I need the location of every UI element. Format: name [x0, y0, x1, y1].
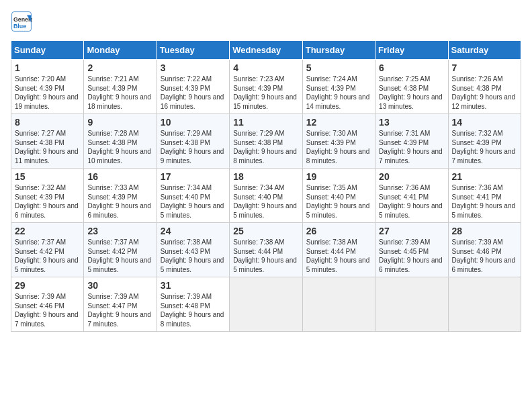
day-number: 26 — [306, 226, 371, 236]
day-number: 7 — [452, 62, 517, 73]
empty-cell — [375, 277, 448, 332]
logo: General Blue — [11, 11, 35, 32]
day-of-week-header: Tuesday — [157, 41, 229, 60]
calendar-day-cell: 23Sunrise: 7:37 AM Sunset: 4:42 PM Dayli… — [84, 223, 157, 277]
day-info: Sunrise: 7:39 AM Sunset: 4:48 PM Dayligh… — [161, 292, 226, 328]
calendar-day-cell: 10Sunrise: 7:29 AM Sunset: 4:38 PM Dayli… — [157, 114, 229, 169]
day-number: 22 — [15, 226, 80, 236]
day-info: Sunrise: 7:30 AM Sunset: 4:39 PM Dayligh… — [306, 129, 371, 165]
day-info: Sunrise: 7:37 AM Sunset: 4:42 PM Dayligh… — [15, 238, 80, 274]
day-info: Sunrise: 7:23 AM Sunset: 4:39 PM Dayligh… — [233, 75, 298, 111]
calendar-day-cell: 20Sunrise: 7:36 AM Sunset: 4:41 PM Dayli… — [375, 169, 448, 223]
calendar-day-cell: 27Sunrise: 7:39 AM Sunset: 4:45 PM Dayli… — [375, 223, 448, 277]
calendar-day-cell: 17Sunrise: 7:34 AM Sunset: 4:40 PM Dayli… — [157, 169, 229, 223]
calendar-day-cell: 9Sunrise: 7:28 AM Sunset: 4:38 PM Daylig… — [84, 114, 157, 169]
day-number: 10 — [161, 117, 226, 128]
day-number: 1 — [15, 62, 80, 73]
day-number: 15 — [15, 171, 80, 182]
day-info: Sunrise: 7:29 AM Sunset: 4:38 PM Dayligh… — [233, 129, 298, 165]
day-number: 8 — [15, 117, 80, 128]
day-info: Sunrise: 7:39 AM Sunset: 4:45 PM Dayligh… — [379, 238, 444, 274]
calendar-day-cell: 19Sunrise: 7:35 AM Sunset: 4:40 PM Dayli… — [302, 169, 375, 223]
calendar-week-row: 29Sunrise: 7:39 AM Sunset: 4:46 PM Dayli… — [11, 277, 521, 332]
day-of-week-header: Thursday — [302, 41, 375, 60]
day-number: 9 — [87, 117, 152, 128]
day-info: Sunrise: 7:34 AM Sunset: 4:40 PM Dayligh… — [233, 183, 298, 220]
calendar-day-cell: 11Sunrise: 7:29 AM Sunset: 4:38 PM Dayli… — [230, 114, 302, 169]
calendar-table: SundayMondayTuesdayWednesdayThursdayFrid… — [11, 40, 521, 332]
day-number: 14 — [452, 117, 517, 128]
day-number: 28 — [452, 226, 517, 236]
day-number: 18 — [233, 171, 298, 182]
day-info: Sunrise: 7:33 AM Sunset: 4:39 PM Dayligh… — [87, 183, 152, 220]
day-info: Sunrise: 7:37 AM Sunset: 4:42 PM Dayligh… — [87, 238, 152, 274]
calendar-day-cell: 15Sunrise: 7:32 AM Sunset: 4:39 PM Dayli… — [11, 169, 84, 223]
svg-text:Blue: Blue — [13, 23, 26, 30]
day-info: Sunrise: 7:29 AM Sunset: 4:38 PM Dayligh… — [161, 129, 226, 165]
empty-cell — [230, 277, 302, 332]
day-info: Sunrise: 7:21 AM Sunset: 4:39 PM Dayligh… — [87, 75, 152, 111]
day-number: 20 — [379, 171, 444, 182]
day-info: Sunrise: 7:28 AM Sunset: 4:38 PM Dayligh… — [87, 129, 152, 165]
calendar-week-row: 8Sunrise: 7:27 AM Sunset: 4:38 PM Daylig… — [11, 114, 521, 169]
calendar-day-cell: 22Sunrise: 7:37 AM Sunset: 4:42 PM Dayli… — [11, 223, 84, 277]
calendar-day-cell: 28Sunrise: 7:39 AM Sunset: 4:46 PM Dayli… — [448, 223, 521, 277]
calendar-day-cell: 5Sunrise: 7:24 AM Sunset: 4:39 PM Daylig… — [302, 60, 375, 114]
day-info: Sunrise: 7:36 AM Sunset: 4:41 PM Dayligh… — [452, 183, 517, 220]
day-number: 30 — [87, 280, 152, 291]
day-number: 13 — [379, 117, 444, 128]
day-of-week-header: Monday — [84, 41, 157, 60]
day-number: 12 — [306, 117, 371, 128]
day-info: Sunrise: 7:25 AM Sunset: 4:38 PM Dayligh… — [379, 75, 444, 111]
calendar-day-cell: 16Sunrise: 7:33 AM Sunset: 4:39 PM Dayli… — [84, 169, 157, 223]
day-number: 29 — [15, 280, 80, 291]
day-number: 25 — [233, 226, 298, 236]
calendar-day-cell: 2Sunrise: 7:21 AM Sunset: 4:39 PM Daylig… — [84, 60, 157, 114]
calendar-day-cell: 14Sunrise: 7:32 AM Sunset: 4:39 PM Dayli… — [448, 114, 521, 169]
calendar-week-row: 22Sunrise: 7:37 AM Sunset: 4:42 PM Dayli… — [11, 223, 521, 277]
day-number: 24 — [161, 226, 226, 236]
day-info: Sunrise: 7:22 AM Sunset: 4:39 PM Dayligh… — [161, 75, 226, 111]
calendar-day-cell: 12Sunrise: 7:30 AM Sunset: 4:39 PM Dayli… — [302, 114, 375, 169]
day-info: Sunrise: 7:35 AM Sunset: 4:40 PM Dayligh… — [306, 183, 371, 220]
day-number: 3 — [161, 62, 226, 73]
day-number: 5 — [306, 62, 371, 73]
calendar-day-cell: 21Sunrise: 7:36 AM Sunset: 4:41 PM Dayli… — [448, 169, 521, 223]
logo-icon: General Blue — [11, 11, 32, 32]
day-number: 17 — [161, 171, 226, 182]
day-info: Sunrise: 7:38 AM Sunset: 4:44 PM Dayligh… — [306, 238, 371, 274]
calendar-header-row: SundayMondayTuesdayWednesdayThursdayFrid… — [11, 41, 521, 60]
day-info: Sunrise: 7:39 AM Sunset: 4:46 PM Dayligh… — [15, 292, 80, 328]
day-number: 21 — [452, 171, 517, 182]
calendar-day-cell: 25Sunrise: 7:38 AM Sunset: 4:44 PM Dayli… — [230, 223, 302, 277]
day-number: 19 — [306, 171, 371, 182]
day-number: 2 — [87, 62, 152, 73]
calendar-week-row: 1Sunrise: 7:20 AM Sunset: 4:39 PM Daylig… — [11, 60, 521, 114]
header: General Blue — [11, 11, 521, 32]
day-info: Sunrise: 7:32 AM Sunset: 4:39 PM Dayligh… — [452, 129, 517, 165]
calendar-day-cell: 7Sunrise: 7:26 AM Sunset: 4:38 PM Daylig… — [448, 60, 521, 114]
day-of-week-header: Sunday — [11, 41, 84, 60]
calendar-day-cell: 30Sunrise: 7:39 AM Sunset: 4:47 PM Dayli… — [84, 277, 157, 332]
day-number: 27 — [379, 226, 444, 236]
day-info: Sunrise: 7:27 AM Sunset: 4:38 PM Dayligh… — [15, 129, 80, 165]
day-number: 11 — [233, 117, 298, 128]
day-info: Sunrise: 7:26 AM Sunset: 4:38 PM Dayligh… — [452, 75, 517, 111]
day-of-week-header: Friday — [375, 41, 448, 60]
empty-cell — [448, 277, 521, 332]
calendar-day-cell: 8Sunrise: 7:27 AM Sunset: 4:38 PM Daylig… — [11, 114, 84, 169]
day-info: Sunrise: 7:34 AM Sunset: 4:40 PM Dayligh… — [161, 183, 226, 220]
empty-cell — [302, 277, 375, 332]
calendar-week-row: 15Sunrise: 7:32 AM Sunset: 4:39 PM Dayli… — [11, 169, 521, 223]
calendar-day-cell: 24Sunrise: 7:38 AM Sunset: 4:43 PM Dayli… — [157, 223, 229, 277]
calendar-day-cell: 13Sunrise: 7:31 AM Sunset: 4:39 PM Dayli… — [375, 114, 448, 169]
day-info: Sunrise: 7:32 AM Sunset: 4:39 PM Dayligh… — [15, 183, 80, 220]
day-of-week-header: Saturday — [448, 41, 521, 60]
calendar-day-cell: 26Sunrise: 7:38 AM Sunset: 4:44 PM Dayli… — [302, 223, 375, 277]
day-info: Sunrise: 7:20 AM Sunset: 4:39 PM Dayligh… — [15, 75, 80, 111]
day-number: 16 — [87, 171, 152, 182]
calendar-day-cell: 4Sunrise: 7:23 AM Sunset: 4:39 PM Daylig… — [230, 60, 302, 114]
calendar-day-cell: 6Sunrise: 7:25 AM Sunset: 4:38 PM Daylig… — [375, 60, 448, 114]
calendar-day-cell: 3Sunrise: 7:22 AM Sunset: 4:39 PM Daylig… — [157, 60, 229, 114]
day-info: Sunrise: 7:39 AM Sunset: 4:47 PM Dayligh… — [87, 292, 152, 328]
